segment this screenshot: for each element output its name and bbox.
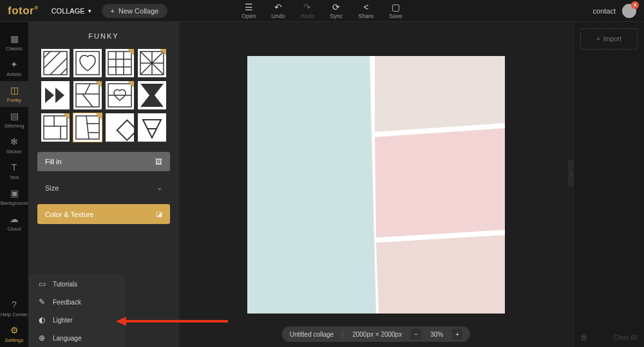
save-button[interactable]: ▢Save	[389, 2, 402, 19]
rail-settings[interactable]: ⚙Settings	[0, 321, 28, 347]
help-icon: ?	[12, 299, 17, 310]
template-10[interactable]	[73, 113, 102, 142]
svg-marker-8	[140, 84, 164, 107]
open-button[interactable]: ☰Open	[242, 2, 256, 19]
svg-marker-4	[45, 88, 54, 103]
template-2[interactable]	[73, 49, 102, 77]
side-panel: FUNKY Fill in 🖼 Size ⌄	[28, 22, 179, 347]
book-icon: ▭	[37, 279, 46, 288]
chevron-down-icon: ▾	[88, 8, 91, 14]
separator	[343, 330, 343, 338]
mode-label: COLLAGE	[52, 7, 85, 15]
rail-classic[interactable]: ▦Classic	[0, 30, 28, 55]
background-label: Background	[1, 200, 28, 206]
share-button[interactable]: <Share	[358, 2, 374, 19]
svg-rect-11	[117, 120, 134, 140]
template-9[interactable]	[41, 113, 70, 142]
left-rail: ▦Classic ✦Artistic ◫Funky ▤Stitching ✻St…	[0, 22, 28, 347]
redo-button[interactable]: ↷Redo	[301, 2, 315, 19]
import-button[interactable]: + Import	[580, 28, 638, 50]
contact-link[interactable]: contact	[593, 7, 616, 15]
rail-text[interactable]: TText	[0, 158, 28, 184]
settings-lighter[interactable]: ◐Lighter	[28, 311, 125, 329]
color-texture-button[interactable]: Color & Texture ◪	[37, 204, 170, 224]
template-6[interactable]	[73, 81, 102, 109]
notification-badge: 4	[631, 1, 639, 9]
premium-tag-icon	[128, 81, 134, 88]
language-label: Language	[53, 335, 82, 342]
premium-tag-icon	[160, 49, 166, 55]
save-icon: ▢	[392, 2, 400, 12]
rail-funky[interactable]: ◫Funky	[0, 81, 28, 107]
template-grid	[28, 49, 179, 142]
size-label: Size	[45, 184, 59, 192]
template-11[interactable]	[106, 113, 134, 142]
sticker-label: Sticker	[6, 149, 22, 155]
image-icon: 🖼	[155, 158, 162, 165]
mode-dropdown[interactable]: COLLAGE ▾	[52, 7, 91, 15]
collage-canvas[interactable]	[247, 56, 505, 314]
lighter-label: Lighter	[53, 317, 73, 324]
undo-button[interactable]: ↶Undo	[271, 2, 285, 19]
undo-icon: ↶	[274, 2, 282, 12]
template-8[interactable]	[138, 81, 166, 109]
canvas-dimensions: 2000px × 2000px	[352, 331, 402, 338]
premium-tag-icon	[95, 113, 102, 120]
logo: fotor®	[8, 5, 39, 17]
contrast-icon: ◐	[37, 315, 46, 324]
sync-button[interactable]: ⟳Sync	[330, 2, 343, 19]
feedback-label: Feedback	[53, 299, 81, 306]
rail-background[interactable]: ▣Background	[0, 184, 28, 210]
share-label: Share	[358, 13, 374, 19]
avatar[interactable]: 4	[622, 4, 636, 18]
tutorials-label: Tutorials	[53, 281, 77, 288]
premium-tag-icon	[128, 49, 134, 55]
gear-icon: ⚙	[10, 325, 19, 335]
collage-title[interactable]: Untitled collage	[290, 331, 334, 338]
rail-cloud[interactable]: ☁Cloud	[0, 210, 28, 236]
help-label: Help Center	[1, 312, 28, 317]
fill-label: Fill in	[45, 158, 62, 165]
premium-tag-icon	[95, 81, 102, 88]
template-1[interactable]	[41, 49, 70, 77]
zoom-level: 30%	[430, 331, 443, 338]
svg-marker-5	[55, 88, 64, 103]
template-3[interactable]	[106, 49, 134, 77]
svg-marker-16	[376, 235, 505, 314]
template-12[interactable]	[138, 113, 166, 142]
trash-icon[interactable]: 🗑	[580, 333, 588, 342]
premium-tag-icon	[63, 113, 70, 120]
rail-stitching[interactable]: ▤Stitching	[0, 107, 28, 133]
open-label: Open	[242, 13, 256, 19]
clear-all-button[interactable]: Clear All	[614, 334, 638, 341]
sync-icon: ⟳	[332, 2, 340, 12]
new-collage-button[interactable]: + New Collage	[102, 4, 168, 18]
rail-help[interactable]: ?Help Center	[0, 295, 28, 321]
plus-icon: +	[596, 35, 600, 42]
zoom-out-button[interactable]: −	[411, 329, 421, 339]
edit-icon: ◪	[156, 210, 162, 218]
settings-language[interactable]: ⊕Language	[28, 329, 125, 347]
text-label: Text	[10, 174, 19, 180]
rail-artistic[interactable]: ✦Artistic	[0, 55, 28, 81]
template-7[interactable]	[106, 81, 134, 109]
panel-title: FUNKY	[28, 28, 179, 49]
color-texture-label: Color & Texture	[45, 211, 94, 218]
classic-label: Classic	[6, 46, 23, 52]
settings-tutorials[interactable]: ▭Tutorials	[28, 275, 125, 293]
template-4[interactable]	[138, 49, 166, 77]
redo-label: Redo	[301, 13, 315, 19]
new-collage-label: New Collage	[118, 7, 158, 15]
template-5[interactable]	[41, 81, 70, 109]
menu-icon: ☰	[245, 2, 253, 12]
rail-sticker[interactable]: ✻Sticker	[0, 133, 28, 158]
zoom-in-button[interactable]: +	[452, 329, 462, 339]
text-icon: T	[12, 162, 17, 173]
fill-in-button[interactable]: Fill in 🖼	[37, 152, 170, 171]
save-label: Save	[389, 13, 402, 19]
globe-icon: ⊕	[37, 333, 46, 342]
canvas-area: Untitled collage 2000px × 2000px − 30% +	[179, 22, 573, 347]
size-dropdown[interactable]: Size ⌄	[37, 178, 170, 198]
settings-feedback[interactable]: ✎Feedback	[28, 293, 125, 311]
artistic-label: Artistic	[6, 71, 22, 77]
